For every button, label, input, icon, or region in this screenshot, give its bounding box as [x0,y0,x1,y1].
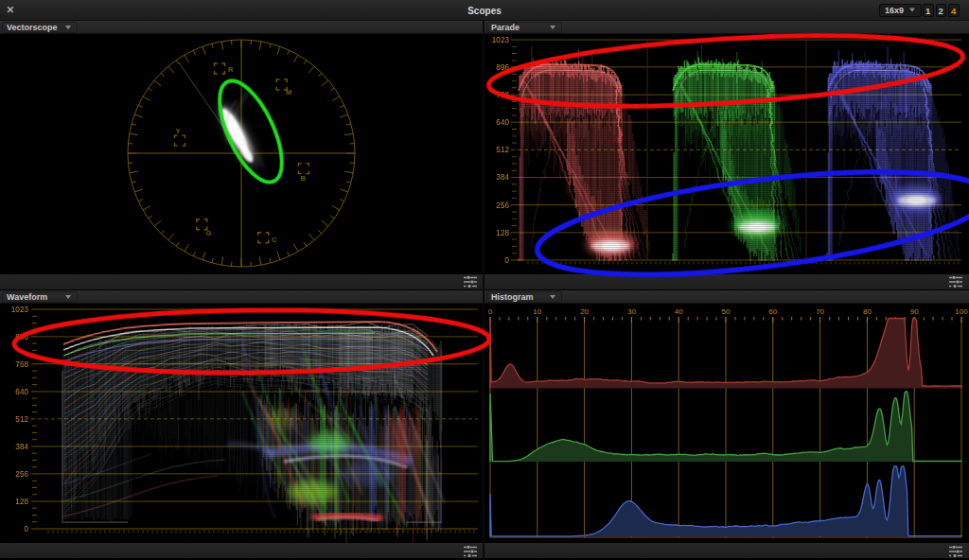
svg-text:60: 60 [768,307,777,316]
svg-text:90: 90 [910,307,919,316]
svg-text:Y: Y [176,127,181,135]
svg-text:128: 128 [15,498,28,506]
svg-text:M: M [286,88,291,96]
svg-text:30: 30 [627,307,636,316]
svg-text:50: 50 [722,307,731,316]
svg-text:512: 512 [496,146,509,154]
svg-text:256: 256 [496,201,509,210]
svg-text:0: 0 [24,525,28,534]
svg-text:10: 10 [533,307,541,316]
svg-text:768: 768 [15,360,28,369]
svg-text:70: 70 [816,307,824,316]
svg-text:0: 0 [488,307,493,316]
svg-text:384: 384 [15,443,28,451]
svg-text:R: R [228,65,234,74]
svg-text:80: 80 [863,307,872,316]
svg-text:40: 40 [675,307,683,316]
svg-text:512: 512 [15,415,28,424]
svg-text:128: 128 [496,229,509,237]
svg-text:G: G [206,229,212,237]
svg-text:1023: 1023 [492,36,510,44]
svg-text:256: 256 [15,470,28,479]
svg-text:20: 20 [580,307,589,316]
svg-text:B: B [301,174,307,183]
svg-text:100: 100 [955,307,968,316]
svg-text:0: 0 [504,256,509,265]
svg-text:640: 640 [15,388,28,396]
svg-text:C: C [272,236,277,244]
svg-text:1023: 1023 [11,306,29,314]
svg-text:384: 384 [496,173,509,182]
svg-text:640: 640 [496,118,509,127]
